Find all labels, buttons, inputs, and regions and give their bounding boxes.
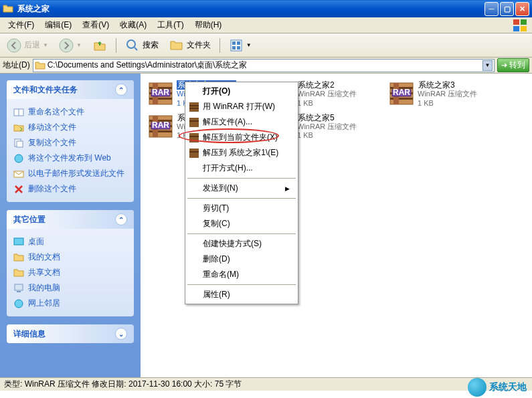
place-shared[interactable]: 共享文档 [13, 265, 127, 280]
views-icon [229, 38, 244, 53]
ctx-extract-here[interactable]: 解压到当前文件夹(X) [187, 130, 296, 145]
svg-rect-14 [17, 141, 23, 147]
back-button[interactable]: 后退 ▼ [3, 36, 52, 55]
file-name: 系统之家2 [297, 80, 357, 90]
details-panel: 详细信息 ⌄ [7, 324, 134, 343]
svg-rect-17 [14, 238, 23, 245]
search-icon [125, 38, 140, 53]
network-icon [13, 298, 24, 309]
svg-rect-61 [189, 133, 199, 142]
context-menu: 打开(O) 用 WinRAR 打开(W) 解压文件(A)... 解压到当前文件夹… [185, 82, 298, 304]
other-places-header[interactable]: 其它位置 ⌃ [7, 210, 134, 229]
go-button[interactable]: ➜转到 [497, 58, 529, 72]
task-publish[interactable]: 将这个文件发布到 Web [13, 151, 127, 166]
svg-point-4 [7, 39, 21, 52]
folders-button[interactable]: 文件夹 [165, 36, 215, 55]
task-move[interactable]: 移动这个文件 [13, 120, 127, 135]
winrar-icon [189, 117, 199, 128]
delete-icon [13, 184, 24, 195]
sidebar: 文件和文件夹任务 ⌃ 重命名这个文件 移动这个文件 复制这个文件 将这个文件发布… [0, 74, 141, 377]
file-size: 1 KB [297, 131, 357, 140]
titlebar: 系统之家 ─ ▢ ✕ [0, 0, 532, 17]
place-mydocs[interactable]: 我的文档 [13, 250, 127, 265]
menu-tools[interactable]: 工具(T) [152, 17, 189, 33]
svg-rect-64 [189, 151, 199, 153]
ctx-properties[interactable]: 属性(R) [187, 287, 296, 302]
watermark-text: 系统天地 [489, 381, 527, 393]
forward-button[interactable]: ▼ [55, 36, 86, 55]
toolbar: 后退 ▼ ▼ 搜索 文件夹 ▼ [0, 33, 532, 58]
task-delete[interactable]: 删除这个文件 [13, 181, 127, 197]
ctx-cut[interactable]: 剪切(T) [187, 201, 296, 216]
file-size: 1 KB [297, 99, 357, 108]
file-type: WinRAR 压缩文件 [297, 122, 357, 131]
svg-point-15 [15, 155, 23, 163]
task-copy[interactable]: 复制这个文件 [13, 135, 127, 151]
task-rename[interactable]: 重命名这个文件 [13, 104, 127, 120]
file-type: WinRAR 压缩文件 [418, 90, 477, 98]
file-type: WinRAR 压缩文件 [297, 90, 357, 98]
ctx-copy[interactable]: 复制(C) [187, 216, 296, 231]
other-places-panel: 其它位置 ⌃ 桌面 我的文档 共享文档 我的电脑 网上邻居 [7, 210, 134, 316]
svg-rect-9 [237, 41, 240, 45]
file-item[interactable]: RAR系统之家3WinRAR 压缩文件1 KB [387, 79, 494, 109]
watermark: 系统天地 [468, 378, 527, 397]
views-button[interactable]: ▼ [225, 36, 256, 55]
ctx-shortcut[interactable]: 创建快捷方式(S) [187, 236, 296, 252]
collapse-icon: ⌃ [115, 213, 127, 225]
search-button[interactable]: 搜索 [121, 36, 163, 55]
up-button[interactable] [88, 36, 111, 55]
ctx-open-winrar[interactable]: 用 WinRAR 打开(W) [187, 99, 296, 114]
minimize-button[interactable]: ─ [484, 2, 499, 16]
menu-favorites[interactable]: 收藏(A) [114, 17, 152, 33]
collapse-icon: ⌃ [115, 84, 127, 96]
address-input[interactable]: C:\Documents and Settings\Administrator\… [33, 59, 495, 72]
tasks-panel-header[interactable]: 文件和文件夹任务 ⌃ [7, 80, 134, 99]
svg-text:RAR: RAR [152, 120, 169, 130]
ctx-open[interactable]: 打开(O) [187, 84, 296, 99]
svg-rect-3 [521, 26, 527, 31]
place-mycomputer[interactable]: 我的电脑 [13, 280, 127, 296]
dropdown-icon: ▼ [76, 42, 82, 48]
statusbar: 类型: WinRAR 压缩文件 修改日期: 2017-11-30 16:00 大… [0, 377, 532, 391]
address-dropdown[interactable]: ▼ [482, 60, 493, 71]
menu-edit[interactable]: 编辑(E) [39, 17, 77, 33]
ctx-extract-files[interactable]: 解压文件(A)... [187, 114, 296, 130]
menubar: 文件(F) 编辑(E) 查看(V) 收藏(A) 工具(T) 帮助(H) [0, 17, 532, 33]
svg-rect-2 [513, 26, 519, 31]
svg-rect-18 [15, 284, 23, 290]
dropdown-icon: ▼ [43, 42, 48, 48]
place-desktop[interactable]: 桌面 [13, 234, 127, 250]
svg-text:RAR: RAR [393, 88, 410, 97]
windows-logo-icon [512, 18, 529, 33]
details-header[interactable]: 详细信息 ⌄ [7, 324, 134, 343]
ctx-extract-to[interactable]: 解压到 系统之家1\(E) [187, 145, 296, 161]
file-name: 系统之家3 [418, 80, 477, 90]
menu-view[interactable]: 查看(V) [77, 17, 114, 33]
svg-rect-19 [17, 291, 21, 292]
svg-point-5 [60, 39, 73, 52]
copy-icon [13, 138, 24, 148]
ctx-sendto[interactable]: 发送到(N)▶ [187, 181, 296, 196]
tasks-panel: 文件和文件夹任务 ⌃ 重命名这个文件 移动这个文件 复制这个文件 将这个文件发布… [7, 80, 134, 202]
svg-rect-11 [237, 46, 240, 49]
menu-file[interactable]: 文件(F) [3, 17, 39, 33]
ctx-delete[interactable]: 删除(D) [187, 252, 296, 267]
ctx-rename[interactable]: 重命名(M) [187, 267, 296, 282]
watermark-logo-icon [468, 378, 486, 397]
ctx-openwith[interactable]: 打开方式(H)... [187, 161, 296, 176]
menu-help[interactable]: 帮助(H) [189, 17, 228, 33]
place-network[interactable]: 网上邻居 [13, 296, 127, 311]
window-title: 系统之家 [17, 3, 484, 15]
winrar-icon [189, 132, 199, 143]
forward-arrow-icon [59, 38, 74, 53]
close-button[interactable]: ✕ [515, 2, 529, 16]
svg-point-6 [127, 40, 135, 48]
winrar-icon [189, 102, 199, 112]
maximize-button[interactable]: ▢ [500, 2, 514, 16]
svg-rect-57 [189, 105, 199, 106]
computer-icon [13, 283, 24, 294]
rename-icon [13, 107, 24, 118]
folder-icon [35, 60, 46, 71]
task-email[interactable]: 以电子邮件形式发送此文件 [13, 166, 127, 181]
